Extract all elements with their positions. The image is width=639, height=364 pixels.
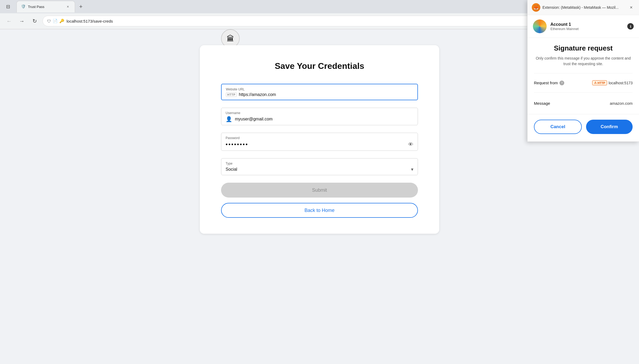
window-minimize-btn[interactable]: ⊟ [3,2,13,11]
submit-button[interactable]: Submit [221,183,418,198]
request-origin: localhost:5173 [609,81,633,85]
back-icon: ← [6,18,12,24]
request-from-value: ⚠ HTTP localhost:5173 [592,80,633,85]
password-input-row: •••••••• 👁 [226,141,413,148]
metamask-close-btn[interactable]: × [628,4,635,11]
metamask-account-row: Account 1 Ethereum Mainnet ℹ [528,15,639,38]
info-icon: ℹ [630,24,631,28]
username-label: Username [226,111,413,115]
metamask-avatar [533,19,547,33]
toggle-password-icon[interactable]: 👁 [408,141,413,148]
tab-close-btn[interactable]: × [65,4,70,9]
request-from-row: Request from ? ⚠ HTTP localhost:5173 [534,78,633,88]
warning-triangle-icon: ⚠ [594,81,597,85]
website-input-row: HTTP https://amazon.com [226,92,413,97]
page-icon: 📄 [53,19,58,23]
reload-icon: ↻ [32,18,37,24]
tab-favicon: 🛡️ [21,4,26,9]
http-warning-badge: ⚠ HTTP [592,80,607,85]
lock-icon: 🔑 [59,19,64,23]
metamask-body: Signature request Only confirm this mess… [528,38,639,114]
signature-request-description: Only confirm this message if you approve… [534,56,633,67]
divider-2 [534,92,633,93]
signature-request-title: Signature request [534,44,633,52]
main-card: Save Your Credentials Website URL HTTP h… [200,45,439,234]
metamask-popup: 🦊 Extension: (MetaMask) - MetaMask — Moz… [527,0,639,142]
tab-controls: ⊟ [3,2,13,11]
metamask-window-title: Extension: (MetaMask) - MetaMask — Mozil… [542,5,619,10]
http-badge-text: HTTP [597,81,605,85]
password-label: Password [226,136,413,140]
password-value: •••••••• [226,141,248,148]
back-to-home-button[interactable]: Back to Home [221,203,418,218]
type-field[interactable]: Type Social ▾ [221,158,418,175]
website-url-field[interactable]: Website URL HTTP https://amazon.com [221,84,418,100]
tab-title: Trust Pass [28,5,63,9]
cancel-button[interactable]: Cancel [534,120,582,134]
request-from-label: Request from ? [534,81,564,85]
message-label: Message [534,101,550,106]
new-tab-btn[interactable]: + [76,2,86,11]
reload-btn[interactable]: ↻ [30,16,39,26]
http-tag: HTTP [226,93,237,97]
address-bar-icons: 🛡 📄 🔑 [47,19,64,23]
metamask-footer: Cancel Confirm [528,114,639,141]
forward-icon: → [19,18,24,24]
password-field[interactable]: Password •••••••• 👁 [221,133,418,151]
request-info-icon[interactable]: ? [559,81,564,85]
username-value: myuser@gmail.com [235,117,413,122]
account-name: Account 1 [550,22,579,27]
active-tab[interactable]: 🛡️ Trust Pass × [16,1,75,12]
type-input-row: Social ▾ [226,166,413,172]
back-btn[interactable]: ← [4,16,14,26]
metamask-header: 🦊 Extension: (MetaMask) - MetaMask — Moz… [528,0,639,15]
message-value: amazon.com [610,101,633,106]
confirm-button[interactable]: Confirm [586,120,633,134]
website-value: HTTP https://amazon.com [226,92,413,97]
metamask-fox-icon: 🦊 [532,3,540,12]
username-field[interactable]: Username 👤 myuser@gmail.com [221,108,418,125]
dropdown-arrow-icon: ▾ [411,166,413,172]
user-icon: 👤 [226,116,232,122]
page-title: Save Your Credentials [221,61,418,71]
message-row: Message amazon.com [534,97,633,110]
forward-btn[interactable]: → [17,16,27,26]
divider-1 [534,73,633,73]
type-label: Type [226,162,413,165]
metamask-account-info: Account 1 Ethereum Mainnet [550,22,579,31]
username-input-row: 👤 myuser@gmail.com [226,116,413,122]
account-network: Ethereum Mainnet [550,27,579,31]
website-label: Website URL [226,87,413,91]
account-info-btn[interactable]: ℹ [627,23,634,30]
shield-security-icon: 🛡 [47,19,51,23]
type-value: Social [226,167,408,172]
url-text: localhost:5173/save-creds [67,19,113,23]
metamask-title-bar: 🦊 Extension: (MetaMask) - MetaMask — Moz… [532,3,619,12]
